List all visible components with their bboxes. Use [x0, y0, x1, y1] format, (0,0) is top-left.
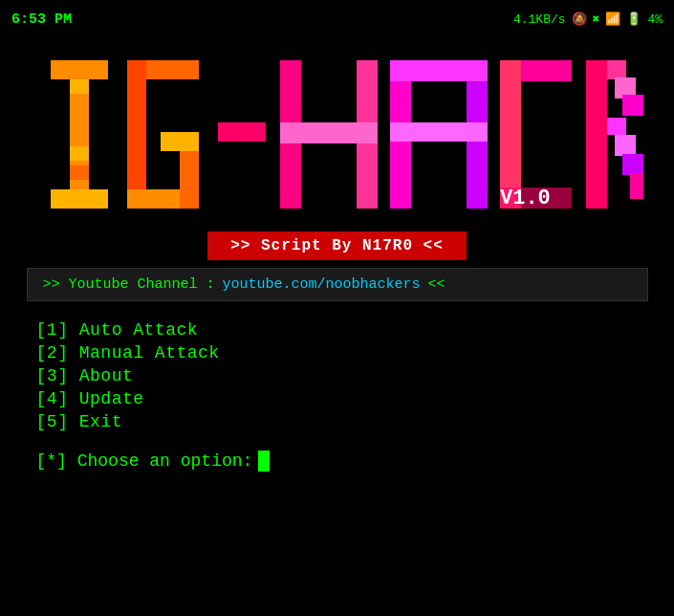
menu-num-1: 1: [47, 320, 57, 340]
bracket-open-4: [: [36, 389, 47, 408]
bracket-close-3: ]: [57, 366, 79, 385]
logo-svg: V1.0: [32, 51, 643, 218]
svg-rect-14: [390, 60, 488, 81]
svg-rect-7: [161, 132, 199, 151]
menu-item-1[interactable]: [1] Auto Attack: [36, 320, 648, 340]
menu-label-1: Auto Attack: [79, 320, 198, 340]
svg-rect-30: [70, 165, 89, 180]
menu-label-5: Exit: [79, 412, 122, 431]
script-banner: >> Script By N17R0 <<: [207, 231, 467, 260]
svg-rect-22: [622, 95, 643, 116]
youtube-prefix: >> Youtube Channel :: [43, 276, 215, 293]
bracket-open-2: [: [36, 343, 47, 363]
svg-rect-26: [630, 173, 643, 199]
input-line: [*] Choose an option:: [27, 451, 648, 472]
svg-text:V1.0: V1.0: [500, 187, 551, 210]
svg-rect-15: [390, 122, 488, 142]
menu-label-3: About: [79, 366, 134, 385]
svg-rect-25: [622, 154, 643, 175]
svg-rect-2: [51, 189, 108, 209]
bracket-close-4: ]: [57, 389, 79, 408]
svg-rect-28: [70, 113, 89, 127]
main-content: V1.0 >> Script By N17R0 << >> Youtube Ch…: [0, 38, 674, 616]
menu-label-4: Update: [79, 389, 144, 408]
bracket-open-1: [: [36, 320, 47, 340]
mute-icon: 🔕: [572, 11, 587, 27]
svg-rect-4: [127, 60, 146, 209]
script-banner-text: >> Script By N17R0 <<: [230, 237, 444, 254]
menu-container: [1] Auto Attack [2] Manual Attack [3] Ab…: [27, 320, 648, 431]
svg-rect-27: [70, 79, 89, 94]
svg-rect-1: [51, 60, 108, 79]
menu-num-3: 3: [47, 366, 57, 385]
menu-item-5[interactable]: [5] Exit: [36, 412, 648, 431]
svg-rect-20: [607, 60, 626, 79]
menu-num-2: 2: [47, 343, 57, 363]
menu-label-2: Manual Attack: [79, 343, 220, 363]
logo-container: V1.0: [32, 48, 643, 220]
svg-rect-11: [280, 122, 378, 143]
youtube-bar: >> Youtube Channel : youtube.com/noobhac…: [27, 268, 648, 301]
bracket-close-2: ]: [57, 343, 79, 363]
svg-rect-8: [218, 122, 266, 142]
battery-percent: 4%: [647, 12, 663, 27]
bracket-open-5: [: [36, 412, 47, 431]
menu-num-5: 5: [47, 412, 57, 431]
youtube-suffix: <<: [428, 276, 446, 293]
svg-rect-24: [615, 135, 636, 156]
menu-item-2[interactable]: [2] Manual Attack: [36, 343, 648, 363]
bracket-close-5: ]: [57, 412, 79, 431]
svg-rect-19: [586, 60, 607, 209]
svg-rect-29: [70, 146, 89, 161]
status-time: 6:53 PM: [11, 11, 72, 28]
status-right: 4.1KB/s 🔕 ✖ 📶 🔋 4%: [513, 11, 663, 27]
close-icon: ✖: [593, 11, 600, 27]
battery-icon: 🔋: [626, 11, 641, 27]
wifi-icon: 📶: [605, 11, 620, 27]
menu-item-3[interactable]: [3] About: [36, 366, 648, 385]
network-speed: 4.1KB/s: [513, 12, 566, 27]
youtube-link[interactable]: youtube.com/noobhackers: [223, 276, 421, 293]
menu-num-4: 4: [47, 389, 57, 408]
menu-item-4[interactable]: [4] Update: [36, 389, 648, 408]
bracket-close-1: ]: [57, 320, 79, 340]
cursor-block: [258, 451, 270, 472]
status-bar: 6:53 PM 4.1KB/s 🔕 ✖ 📶 🔋 4%: [0, 0, 674, 38]
svg-rect-23: [607, 118, 626, 135]
bracket-open-3: [: [36, 366, 47, 385]
prompt-text: [*] Choose an option:: [36, 451, 253, 471]
